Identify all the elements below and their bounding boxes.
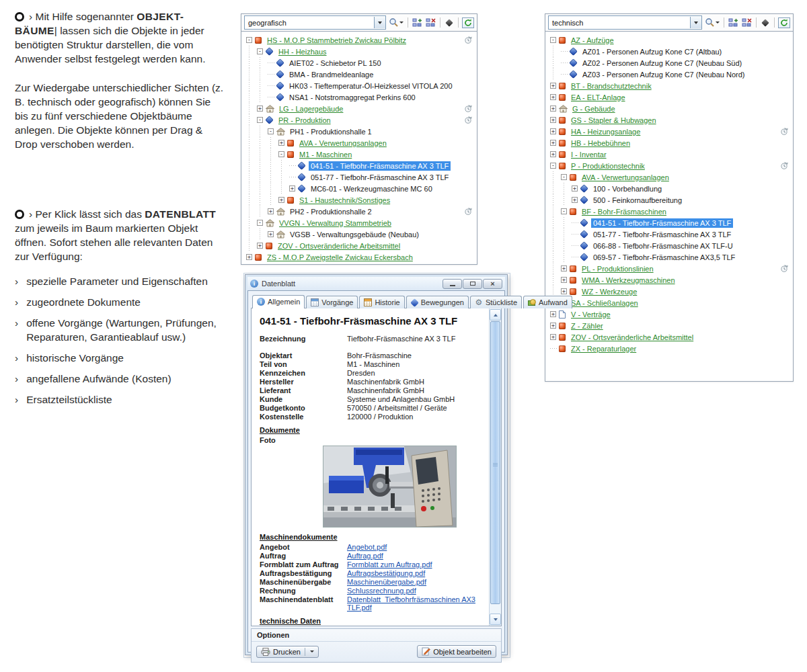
expand-toggle[interactable]: +: [550, 83, 556, 89]
tree-node-label[interactable]: HA - Heizungsanlage: [569, 127, 642, 136]
expand-toggle[interactable]: +: [278, 140, 284, 146]
tree-node-label[interactable]: P - Produktionstechnik: [569, 161, 647, 171]
expand-toggle[interactable]: +: [550, 128, 556, 134]
tree-node[interactable]: ZX - Reparaturlager: [548, 343, 792, 354]
tree-node[interactable]: AZ01 - Personen Aufzug Kone C7 (Altbau): [548, 46, 792, 57]
tree-node[interactable]: +V - Verträge: [548, 308, 792, 320]
expand-toggle[interactable]: +: [561, 277, 567, 283]
tree-node-label[interactable]: M1 - Maschinen: [297, 150, 354, 159]
tree-node-label[interactable]: 041-51 - Tiefbohr-Fräsmaschine AX 3 TLF: [309, 161, 451, 171]
tree-node-label[interactable]: HK03 - Tieftemperatur-Öl-Heizkessel VITO…: [287, 81, 455, 91]
document-link[interactable]: Auftrag.pdf: [347, 552, 383, 560]
tree-node-label[interactable]: VVGN - Verwaltung Stammbetrieb: [277, 218, 393, 228]
tree-node-label[interactable]: 051-77 - Tiefbohr-Fräsmaschine AX 3 TLF: [591, 230, 733, 239]
view-selector-dropdown[interactable]: [374, 17, 385, 28]
expand-toggle[interactable]: +: [278, 197, 284, 203]
search-button[interactable]: [388, 17, 404, 28]
tree-node[interactable]: 051-77 - Tiefbohr-Fräsmaschine AX 3 TLF: [244, 171, 475, 183]
tree-node[interactable]: +WZ - Werkzeuge: [548, 286, 792, 297]
collapse-toggle[interactable]: -: [268, 128, 274, 134]
tree-node-label[interactable]: WZ - Werkzeuge: [580, 287, 639, 296]
tree-node-label[interactable]: S1 - Haustechnik/Sonstiges: [297, 196, 392, 205]
tree-node[interactable]: AIET02 - Schiebetor PL 150: [244, 57, 475, 69]
collapse-toggle[interactable]: -: [550, 37, 556, 43]
tree-node-label[interactable]: HS - M.O.P Stammbetrieb Zwickau Pölbitz: [265, 36, 408, 45]
tree-node-label[interactable]: 500 - Feinkornaufbereitung: [591, 196, 684, 205]
window-titlebar[interactable]: Datenblatt ×: [247, 277, 505, 290]
view-selector[interactable]: technisch: [548, 15, 702, 30]
tree-node[interactable]: -PR - Produktion: [244, 114, 475, 126]
tree-node[interactable]: +AVA - Verwertungsanlagen: [244, 137, 475, 149]
expand-toggle[interactable]: +: [561, 265, 567, 271]
tree-node-label[interactable]: LG - Lagergebäude: [277, 104, 345, 114]
document-link[interactable]: Maschinenübergabe.pdf: [347, 578, 426, 586]
expand-toggle[interactable]: +: [550, 323, 556, 329]
tree-node[interactable]: +MC6-01 - Werkzeugmaschine MC 60: [244, 183, 475, 194]
tree-node[interactable]: -PH1 - Produktionshalle 1: [244, 126, 475, 137]
tree-node[interactable]: 069-57 - Tiefbohr-Fräsmaschine AX3,5 TLF: [548, 251, 792, 263]
tree-node[interactable]: HK03 - Tieftemperatur-Öl-Heizkessel VITO…: [244, 80, 475, 91]
expand-toggle[interactable]: +: [289, 185, 295, 192]
tree-node-label[interactable]: G - Gebäude: [570, 104, 617, 114]
tree-node-label[interactable]: 041-51 - Tiefbohr-Fräsmaschine AX 3 TLF: [591, 218, 733, 228]
tab-stückliste[interactable]: Stückliste: [470, 296, 522, 308]
view-selector[interactable]: geografisch: [244, 15, 386, 30]
tree-node[interactable]: +BT - Brandschutztechnik: [548, 80, 792, 91]
tree-node-label[interactable]: HB - Hebebühnen: [569, 138, 632, 148]
collapse-toggle[interactable]: -: [561, 174, 567, 180]
tree-node-label[interactable]: HH - Heizhaus: [276, 47, 329, 56]
expand-toggle[interactable]: +: [550, 334, 556, 340]
tree-node[interactable]: 051-77 - Tiefbohr-Fräsmaschine AX 3 TLF: [548, 228, 792, 240]
tree-node-label[interactable]: AZ03 - Personen Aufzug Kone C7 (Neubau N…: [580, 70, 747, 79]
tree-node[interactable]: +WMA - Werkzeugmaschinen: [548, 274, 792, 286]
expand-toggle[interactable]: +: [550, 117, 556, 123]
tree-node-label[interactable]: NSA1 - Notstromaggregat Perkins 600: [287, 93, 418, 102]
tree-node-label[interactable]: 066-88 - Tiefbohr-Fräsmaschine AX TLF-U: [591, 241, 735, 251]
tree-node-label[interactable]: 069-57 - Tiefbohr-Fräsmaschine AX3,5 TLF: [591, 253, 737, 262]
minimize-button[interactable]: [443, 279, 462, 289]
expand-toggle[interactable]: +: [550, 106, 556, 112]
tree-node[interactable]: +500 - Feinkornaufbereitung: [548, 194, 792, 206]
tree-node-label[interactable]: ZS - M.O.P Zweigstelle Zwickau Eckersbac…: [265, 253, 415, 262]
tree-node[interactable]: +ZOV - Ortsveränderliche Arbeitsmittel: [548, 331, 792, 343]
object-filter-button[interactable]: [760, 19, 771, 26]
tree-node[interactable]: +S1 - Haustechnik/Sonstiges: [244, 194, 475, 206]
tree-node[interactable]: +LG - Lagergebäude: [244, 103, 475, 114]
tree-node-label[interactable]: SA - Schließanlagen: [569, 298, 640, 308]
scroll-thumb[interactable]: [490, 321, 500, 604]
refresh-button[interactable]: [462, 17, 474, 28]
expand-toggle[interactable]: +: [572, 185, 578, 192]
tree-node[interactable]: +VGSB - Verwaltungsgebäude (Neubau): [244, 228, 475, 240]
expand-all-button[interactable]: [412, 17, 423, 28]
print-button[interactable]: Drucken: [256, 646, 319, 658]
expand-toggle[interactable]: +: [268, 231, 274, 237]
expand-toggle[interactable]: +: [561, 288, 567, 294]
tree-node[interactable]: +HA - Heizungsanlage: [548, 126, 792, 137]
tree-node-label[interactable]: AVA - Verwertungsanlagen: [580, 173, 671, 182]
document-link[interactable]: Schlussrechnung.pdf: [347, 587, 416, 595]
tree-node-label[interactable]: EA - ELT-Anlage: [569, 93, 627, 102]
tree-node-label[interactable]: Z - Zähler: [569, 321, 605, 331]
edit-object-button[interactable]: Objekt bearbeiten: [417, 645, 496, 658]
tree-node[interactable]: BMA - Brandmeldeanlage: [244, 69, 475, 80]
tree-node[interactable]: -VVGN - Verwaltung Stammbetrieb: [244, 217, 475, 228]
collapse-toggle[interactable]: -: [257, 48, 263, 54]
tree-node-label[interactable]: AVA - Verwertungsanlagen: [297, 138, 389, 148]
expand-toggle[interactable]: +: [257, 243, 263, 249]
expand-all-button[interactable]: [728, 17, 739, 28]
tree-node-label[interactable]: PH2 - Produktionshalle 2: [288, 207, 374, 216]
expand-toggle[interactable]: +: [550, 94, 556, 100]
search-button[interactable]: [704, 17, 720, 28]
tree-node[interactable]: +I - Inventar: [548, 149, 792, 160]
document-link[interactable]: Angebot.pdf: [347, 543, 387, 551]
tree-node-label[interactable]: MC6-01 - Werkzeugmaschine MC 60: [309, 184, 434, 194]
tree-node[interactable]: +ZOV - Ortsveränderliche Arbeitsmittel: [244, 240, 475, 251]
collapse-toggle[interactable]: -: [257, 117, 263, 123]
tree-node-label[interactable]: ZOV - Ortsveränderliche Arbeitsmittel: [569, 333, 695, 342]
collapse-toggle[interactable]: -: [561, 208, 567, 214]
tree-node[interactable]: -HH - Heizhaus: [244, 46, 475, 57]
tree-node[interactable]: AZ03 - Personen Aufzug Kone C7 (Neubau N…: [548, 69, 792, 80]
collapse-all-button[interactable]: [425, 17, 436, 28]
collapse-all-button[interactable]: [741, 17, 753, 28]
tree-node-label[interactable]: AZ02 - Personen Aufzug Kone C7 (Neubau S…: [580, 58, 744, 68]
